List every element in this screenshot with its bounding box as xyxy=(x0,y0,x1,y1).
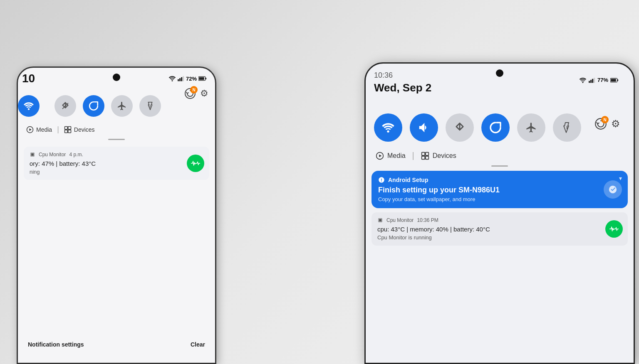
phone-right: 10:36 77% xyxy=(356,42,639,364)
notif-cpu-left[interactable]: Cpu Monitor 4 p.m. ory: 47% | battery: 4… xyxy=(24,147,209,180)
camera-notch-left xyxy=(113,74,120,81)
qs-airplane-left[interactable] xyxy=(111,95,133,117)
svg-rect-16 xyxy=(64,130,67,133)
chevron-down-icon: ▾ xyxy=(619,175,622,182)
green-waveform-right xyxy=(605,220,623,238)
svg-rect-24 xyxy=(617,79,619,81)
phone-right-body: 10:36 77% xyxy=(364,62,635,364)
notif-cpu-app-right: Cpu Monitor xyxy=(386,217,414,223)
notif-setup-app: Android Setup xyxy=(388,177,428,183)
phone-left-body: 10 72% xyxy=(17,66,216,364)
separator-right: | xyxy=(412,151,414,160)
camera-notch-right xyxy=(496,69,503,77)
battery-icon-right xyxy=(610,78,619,83)
devices-label-left: Devices xyxy=(74,126,95,133)
battery-percent-right: 77% xyxy=(597,77,608,83)
signal-icon-right xyxy=(589,77,595,83)
notif-cpu-right[interactable]: Cpu Monitor 10:36 PM cpu: 43°C | memory:… xyxy=(372,212,628,246)
svg-point-9 xyxy=(28,108,30,110)
right-notif-icons: N ⚙ xyxy=(364,118,627,130)
svg-marker-13 xyxy=(30,128,32,131)
notif-cpu-time-left: 4 p.m. xyxy=(69,152,83,157)
separator-left: | xyxy=(57,125,59,134)
battery-text-left: 72% xyxy=(186,76,197,82)
signal-icon-left xyxy=(178,76,184,81)
notif-setup-main: Finish setting up your SM-N986U1 xyxy=(378,186,621,194)
notif-setup-action-icon[interactable] xyxy=(604,180,622,199)
svg-rect-4 xyxy=(183,76,184,81)
qs-bluetooth-left[interactable] xyxy=(54,95,76,117)
notification-badge-left: N xyxy=(190,86,198,93)
svg-rect-1 xyxy=(178,79,179,81)
svg-rect-25 xyxy=(611,79,616,81)
notif-cpu-header-right: Cpu Monitor 10:36 PM xyxy=(377,217,622,223)
devices-button-left[interactable]: Devices xyxy=(64,126,95,133)
divider-left xyxy=(108,139,125,140)
battery-icon-left xyxy=(198,76,207,81)
refresh-icon-right[interactable]: N xyxy=(594,118,607,130)
svg-rect-19 xyxy=(589,81,590,83)
svg-rect-3 xyxy=(181,77,182,81)
qs-sync-left[interactable] xyxy=(83,95,104,117)
svg-rect-33 xyxy=(426,152,429,155)
svg-rect-7 xyxy=(199,77,204,80)
svg-rect-17 xyxy=(68,130,71,133)
notification-badge-right: N xyxy=(601,116,609,123)
svg-point-0 xyxy=(171,80,173,81)
svg-rect-2 xyxy=(179,78,181,81)
notif-cpu-header-left: Cpu Monitor 4 p.m. xyxy=(30,152,203,157)
notif-cpu-time-right: 10:36 PM xyxy=(417,217,438,223)
media-label-right: Media xyxy=(387,152,406,160)
svg-rect-20 xyxy=(590,80,592,83)
svg-rect-14 xyxy=(64,126,67,129)
svg-rect-6 xyxy=(206,78,207,79)
right-status-icons: 77% xyxy=(579,77,619,83)
svg-rect-21 xyxy=(592,79,593,83)
phone-left: 10 72% xyxy=(0,0,216,364)
notif-cpu-footer-right: Cpu Monitor is running xyxy=(377,234,622,241)
left-time: 10 xyxy=(22,72,35,85)
svg-rect-32 xyxy=(421,152,425,155)
top-right-icons-left: N ⚙ xyxy=(184,88,208,99)
right-time: 10:36 xyxy=(374,71,393,80)
notif-cpu-app-left: Cpu Monitor xyxy=(39,152,66,157)
svg-point-27 xyxy=(387,130,389,133)
left-status-icons: 72% xyxy=(168,76,207,82)
refresh-icon-left[interactable]: N xyxy=(184,88,196,99)
scene: 10 72% xyxy=(0,0,639,364)
green-waveform-left xyxy=(187,155,204,172)
svg-rect-22 xyxy=(594,78,595,83)
qs-wifi-left[interactable] xyxy=(18,95,40,117)
notif-android-setup[interactable]: ▾ Android Setup Finish setting up your S… xyxy=(372,171,628,208)
media-devices-row-left: Media | Devices xyxy=(18,122,215,137)
bottom-bar-left: Notification settings Clear xyxy=(18,334,215,354)
media-button-right[interactable]: Media xyxy=(376,152,406,160)
notification-settings-button[interactable]: Notification settings xyxy=(28,341,84,348)
wifi-icon-right xyxy=(579,77,587,83)
devices-label-right: Devices xyxy=(433,152,456,160)
notif-cpu-body-left: ory: 47% | battery: 43°C xyxy=(30,160,203,167)
svg-marker-31 xyxy=(379,154,381,157)
notif-cpu-body-right: cpu: 43°C | memory: 40% | battery: 40°C xyxy=(377,226,622,233)
notif-setup-title: Android Setup xyxy=(378,177,621,183)
divider-right xyxy=(491,165,508,167)
media-label-left: Media xyxy=(36,126,52,133)
svg-rect-34 xyxy=(421,156,425,159)
svg-rect-15 xyxy=(68,126,71,129)
qs-flashlight-left[interactable] xyxy=(139,95,161,117)
notif-cpu-footer-left: ning xyxy=(30,169,203,175)
media-devices-row-right: Media | Devices xyxy=(366,148,634,164)
notif-setup-sub: Copy your data, set wallpaper, and more xyxy=(378,196,621,202)
clear-button[interactable]: Clear xyxy=(191,341,205,348)
svg-rect-35 xyxy=(426,156,429,159)
settings-icon-right[interactable]: ⚙ xyxy=(611,118,620,130)
wifi-icon-left xyxy=(168,76,176,81)
settings-icon-left[interactable]: ⚙ xyxy=(200,88,208,99)
media-button-left[interactable]: Media xyxy=(26,126,52,133)
svg-point-18 xyxy=(582,81,583,83)
devices-button-right[interactable]: Devices xyxy=(421,152,456,160)
